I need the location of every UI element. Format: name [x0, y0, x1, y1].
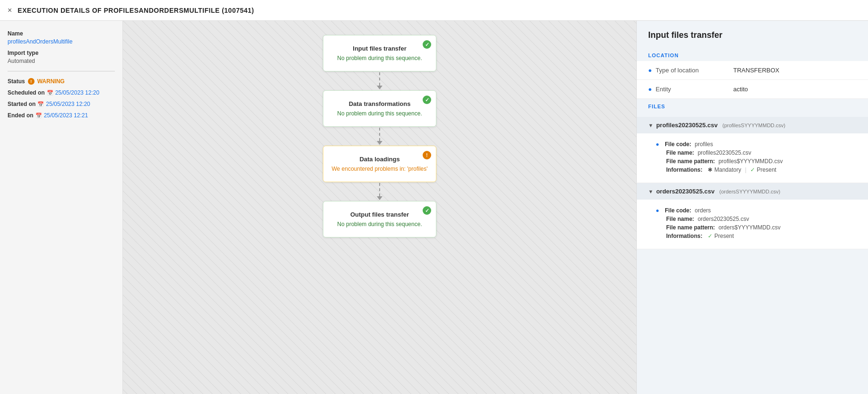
location-table: ●Type of locationTRANSFERBOX●Entityactit… — [637, 61, 868, 99]
sidebar-scheduled-value: 25/05/2023 12:20 — [55, 89, 99, 96]
flow-node-message: No problem during this sequence. — [331, 55, 428, 61]
chevron-down-icon: ▼ — [648, 123, 653, 128]
sidebar: Name profilesAndOrdersMultifile Import t… — [0, 21, 123, 394]
file-group-pattern: (ordersSYYYYMMDD.csv) — [720, 189, 781, 194]
file-detail-block: ● File code: orders File name: orders202… — [637, 200, 868, 249]
file-group-header[interactable]: ▼ profiles20230525.csv (profilesSYYYYMMD… — [637, 117, 868, 133]
location-row-label: ●Entity — [637, 80, 722, 99]
sidebar-status-row: Status ! WARNING — [8, 78, 115, 85]
check-icon: ✓ — [423, 206, 431, 215]
flow-connector — [377, 182, 382, 201]
bullet-icon: ● — [656, 207, 659, 214]
right-panel: Input files transfer LOCATION ●Type of l… — [636, 21, 868, 394]
sidebar-import-type-label: Import type — [8, 50, 115, 56]
file-group-pattern: (profilesSYYYYMMDD.csv) — [722, 123, 785, 128]
informations-label: Informations: — [666, 233, 703, 239]
mandatory-star-icon: ✱ — [708, 166, 712, 173]
flow-node-message: No problem during this sequence. — [331, 221, 428, 228]
flow-node-message: We encountered problems in: 'profiles' — [331, 166, 428, 172]
file-code-label: File code: — [665, 141, 691, 148]
sidebar-name-row: Name profilesAndOrdersMultifile — [8, 30, 115, 45]
file-name-label: File name: — [666, 149, 694, 156]
mandatory-label: Mandatory — [714, 166, 741, 173]
file-group-header[interactable]: ▼ orders20230525.csv (ordersSYYYYMMDD.cs… — [637, 183, 868, 200]
file-name-row: File name: orders20230525.csv — [656, 216, 857, 222]
file-group-name: profiles20230525.csv — [656, 122, 718, 129]
file-code-value: profiles — [693, 141, 713, 148]
informations-row: Informations: ✱ Mandatory|✓ Present — [656, 166, 857, 173]
check-icon: ✓ — [423, 96, 431, 104]
flow-node-data-transformations[interactable]: ✓Data transformationsNo problem during t… — [323, 90, 436, 127]
file-name-pattern-row: File name pattern: profiles$YYYYMMDD.csv — [656, 158, 857, 165]
location-section-label: LOCATION — [637, 48, 868, 61]
flow-connector — [377, 127, 382, 146]
sidebar-ended-value: 25/05/2023 12:21 — [44, 112, 88, 119]
files-section: ▼ profiles20230525.csv (profilesSYYYYMMD… — [637, 112, 868, 254]
file-detail-block: ● File code: profiles File name: profile… — [637, 133, 868, 183]
file-name-row: File name: profiles20230525.csv — [656, 149, 857, 156]
flow-node-output-files-transfer[interactable]: ✓Output files transferNo problem during … — [323, 201, 436, 237]
close-button[interactable]: × — [8, 6, 12, 15]
sidebar-import-type-row: Import type Automated — [8, 50, 115, 64]
sidebar-status-label: Status — [8, 78, 25, 85]
warning-icon: ! — [423, 151, 431, 159]
location-row: ●Entityactito — [637, 80, 868, 99]
file-name-pattern-value: profiles$YYYYMMDD.csv — [717, 158, 782, 165]
sidebar-status-value: WARNING — [37, 78, 65, 85]
location-row-label: ●Type of location — [637, 61, 722, 80]
flow-node-message: No problem during this sequence. — [331, 110, 428, 117]
flow-node-data-loadings[interactable]: !Data loadingsWe encountered problems in… — [323, 146, 436, 182]
bullet-icon: ● — [656, 141, 659, 148]
flow-node-title: Input files transfer — [331, 45, 428, 52]
informations-row: Informations: ✓ Present — [656, 233, 857, 239]
chevron-down-icon: ▼ — [648, 189, 653, 194]
file-name-pattern-value: orders$YYYYMMDD.csv — [717, 224, 781, 231]
file-code-label: File code: — [665, 207, 691, 214]
location-row-value: TRANSFERBOX — [722, 61, 868, 80]
file-name-label: File name: — [666, 216, 694, 222]
present-check-icon: ✓ — [750, 166, 755, 173]
file-code-row: ● File code: profiles — [656, 141, 857, 148]
sidebar-scheduled-row: Scheduled on 📅 25/05/2023 12:20 — [8, 89, 115, 96]
present-label: Present — [714, 233, 734, 239]
sidebar-name-label: Name — [8, 30, 115, 37]
sidebar-started-label: Started on — [8, 101, 35, 107]
file-name-value: orders20230525.csv — [696, 216, 749, 222]
sidebar-ended-row: Ended on 📅 25/05/2023 12:21 — [8, 112, 115, 119]
informations-label: Informations: — [666, 166, 703, 173]
sidebar-scheduled-label: Scheduled on — [8, 89, 45, 96]
calendar-icon-scheduled: 📅 — [47, 90, 53, 96]
files-section-label: FILES — [637, 99, 868, 112]
warning-icon: ! — [28, 78, 35, 85]
check-icon: ✓ — [423, 40, 431, 49]
flow-node-title: Data loadings — [331, 156, 428, 163]
location-row: ●Type of locationTRANSFERBOX — [637, 61, 868, 80]
sidebar-ended-label: Ended on — [8, 112, 34, 119]
location-row-value: actito — [722, 80, 868, 99]
present-label: Present — [757, 166, 776, 173]
flow-node-title: Output files transfer — [331, 211, 428, 218]
calendar-icon-ended: 📅 — [35, 113, 42, 119]
sidebar-started-value: 25/05/2023 12:20 — [46, 101, 90, 107]
file-code-value: orders — [693, 207, 711, 214]
present-check-icon: ✓ — [708, 233, 712, 239]
page-title: EXECUTION DETAILS OF PROFILESANDORDERSMU… — [17, 7, 254, 14]
file-name-value: profiles20230525.csv — [696, 149, 751, 156]
pipe-separator: | — [745, 166, 746, 173]
sidebar-started-row: Started on 📅 25/05/2023 12:20 — [8, 101, 115, 107]
file-code-row: ● File code: orders — [656, 207, 857, 214]
file-name-pattern-label: File name pattern: — [666, 158, 715, 165]
sidebar-name-value: profilesAndOrdersMultifile — [8, 38, 115, 45]
file-name-pattern-row: File name pattern: orders$YYYYMMDD.csv — [656, 224, 857, 231]
flow-node-input-files-transfer[interactable]: ✓Input files transferNo problem during t… — [323, 35, 436, 71]
calendar-icon-started: 📅 — [37, 101, 44, 107]
right-panel-title: Input files transfer — [637, 21, 868, 48]
flow-area: ✓Input files transferNo problem during t… — [123, 21, 636, 394]
file-group-name: orders20230525.csv — [656, 188, 715, 195]
flow-node-title: Data transformations — [331, 100, 428, 107]
file-name-pattern-label: File name pattern: — [666, 224, 715, 231]
flow-connector — [377, 71, 382, 90]
sidebar-import-type-value: Automated — [8, 58, 115, 64]
